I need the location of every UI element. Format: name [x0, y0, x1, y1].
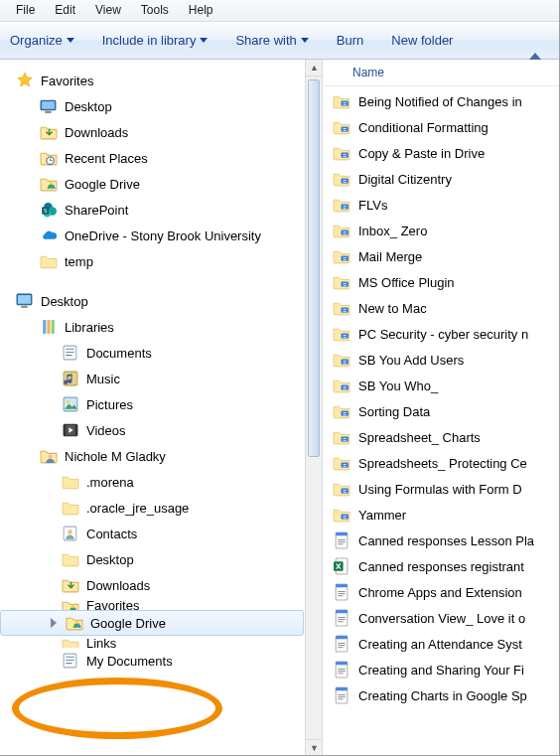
user-subfolder[interactable]: Links — [0, 636, 322, 648]
favorites-item[interactable]: Desktop — [0, 93, 322, 119]
desktop-root[interactable]: Desktop — [0, 288, 322, 314]
tree-item-label: OneDrive - Stony Brook University — [65, 228, 261, 243]
user-subfolder[interactable]: My Documents — [0, 648, 322, 674]
favorites-item[interactable]: Recent Places — [0, 145, 322, 171]
include-in-library-button[interactable]: Include in library — [102, 33, 209, 48]
file-item[interactable]: Yammer — [323, 502, 559, 528]
scroll-up-icon[interactable]: ▲ — [306, 60, 322, 76]
user-subfolder[interactable]: .morena — [0, 469, 322, 495]
file-name-label: Spreadsheets_ Protecting Ce — [358, 456, 527, 471]
favorites-item[interactable]: OneDrive - Stony Brook University — [0, 223, 322, 248]
user-subfolder[interactable]: Contacts — [0, 521, 322, 546]
menu-bar: File Edit View Tools Help — [0, 0, 559, 22]
file-item[interactable]: Using Formulas with Form D — [323, 476, 559, 502]
expander-icon[interactable] — [49, 618, 59, 628]
gfolder-icon — [333, 299, 350, 317]
file-item[interactable]: Spreadsheet_ Charts — [323, 424, 559, 450]
library-item[interactable]: Documents — [0, 340, 322, 366]
library-item[interactable]: Pictures — [0, 391, 322, 417]
file-item[interactable]: Inbox_ Zero — [323, 218, 559, 243]
file-item[interactable]: Digital Citizentry — [323, 166, 559, 192]
library-item[interactable]: Music — [0, 366, 322, 391]
gfolder-icon — [333, 480, 350, 498]
excel-icon — [333, 557, 350, 575]
file-name-label: Creating an Attendance Syst — [358, 637, 522, 652]
gdoc-icon — [333, 661, 350, 679]
user-subfolder[interactable]: Google Drive — [0, 610, 304, 636]
tree-item-label: Downloads — [86, 578, 150, 593]
main-area: Favorites Desktop Downloads Recent Place… — [0, 60, 559, 756]
libraries-node[interactable]: Libraries — [0, 314, 322, 340]
favorites-item[interactable]: temp — [0, 248, 322, 274]
organize-button[interactable]: Organize — [10, 33, 74, 48]
tree-item-label: Desktop — [65, 99, 112, 114]
file-item[interactable]: PC Security - cyber security n — [323, 321, 559, 347]
gfolder-icon — [333, 506, 350, 524]
file-item[interactable]: Creating an Attendance Syst — [323, 631, 559, 657]
menu-tools[interactable]: Tools — [131, 2, 179, 19]
user-folder-node[interactable]: Nichole M Gladky — [0, 443, 322, 469]
content-pane: Name Being Notified of Changes in Condit… — [323, 60, 559, 756]
file-item[interactable]: Canned responses Lesson Pla — [323, 528, 559, 553]
share-with-button[interactable]: Share with — [235, 33, 308, 48]
file-item[interactable]: MS Office Plugin — [323, 269, 559, 295]
user-subfolder[interactable]: Downloads — [0, 572, 322, 598]
burn-button[interactable]: Burn — [337, 33, 363, 48]
favorites-item[interactable]: SharePoint — [0, 197, 322, 223]
menu-view[interactable]: View — [85, 2, 131, 19]
nav-scrollbar[interactable]: ▲ ▼ — [305, 60, 322, 756]
user-subfolder[interactable]: .oracle_jre_usage — [0, 495, 322, 521]
file-item[interactable]: Sorting Data — [323, 398, 559, 424]
file-item[interactable]: Being Notified of Changes in — [323, 88, 559, 114]
file-item[interactable]: FLVs — [323, 192, 559, 218]
star-icon — [16, 72, 34, 89]
file-item[interactable]: Creating and Sharing Your Fi — [323, 657, 559, 682]
gfolder-icon — [333, 92, 350, 110]
favorites-root[interactable]: Favorites — [0, 68, 322, 93]
name-column-header[interactable]: Name — [352, 66, 384, 79]
gdrive-icon — [40, 175, 58, 193]
gfolder-icon — [333, 273, 350, 291]
new-folder-button[interactable]: New folder — [391, 33, 453, 48]
pin-toolbar-icon[interactable] — [529, 53, 541, 60]
desktop-icon — [40, 97, 58, 115]
file-item[interactable]: New to Mac — [323, 295, 559, 321]
caret-down-icon — [301, 38, 309, 43]
file-item[interactable]: Conditional Formatting — [323, 114, 559, 140]
file-name-label: Inbox_ Zero — [358, 224, 427, 238]
file-item[interactable]: Creating Charts in Google Sp — [323, 682, 559, 708]
user-subfolder[interactable]: Desktop — [0, 546, 322, 572]
file-item[interactable]: SB You Who_ — [323, 373, 559, 398]
file-item[interactable]: Mail Merge — [323, 243, 559, 269]
lib-music-icon — [62, 370, 79, 387]
file-item[interactable]: Chrome Apps and Extension — [323, 579, 559, 605]
file-name-label: Being Notified of Changes in — [358, 94, 522, 109]
file-item[interactable]: Spreadsheets_ Protecting Ce — [323, 450, 559, 476]
sharepoint-icon — [40, 201, 58, 219]
tree-item-label: Downloads — [65, 125, 128, 140]
scroll-down-icon[interactable]: ▼ — [306, 739, 322, 756]
favorites-item[interactable]: Google Drive — [0, 171, 322, 197]
folder-icon — [62, 499, 79, 517]
menu-file[interactable]: File — [6, 2, 45, 19]
library-item[interactable]: Videos — [0, 417, 322, 443]
tree-item-label: .morena — [86, 475, 134, 490]
favorites-item[interactable]: Downloads — [0, 119, 322, 145]
menu-help[interactable]: Help — [179, 2, 223, 19]
file-item[interactable]: SB You Add Users — [323, 347, 559, 373]
file-item[interactable]: Canned responses registrant — [323, 553, 559, 579]
gfolder-icon — [333, 247, 350, 265]
user-subfolder[interactable]: Favorites — [0, 598, 322, 610]
file-name-label: PC Security - cyber security n — [358, 327, 528, 342]
file-name-label: FLVs — [358, 198, 387, 213]
menu-edit[interactable]: Edit — [45, 2, 85, 19]
file-item[interactable]: Conversation View_ Love it o — [323, 605, 559, 631]
tree-item-label: Links — [86, 636, 116, 648]
scroll-thumb[interactable] — [308, 79, 320, 457]
file-name-label: Chrome Apps and Extension — [358, 585, 522, 600]
recent-icon — [40, 149, 58, 167]
libraries-icon — [40, 318, 58, 336]
file-name-label: New to Mac — [358, 301, 427, 316]
file-item[interactable]: Copy & Paste in Drive — [323, 140, 559, 166]
file-list: Being Notified of Changes in Conditional… — [323, 86, 559, 708]
